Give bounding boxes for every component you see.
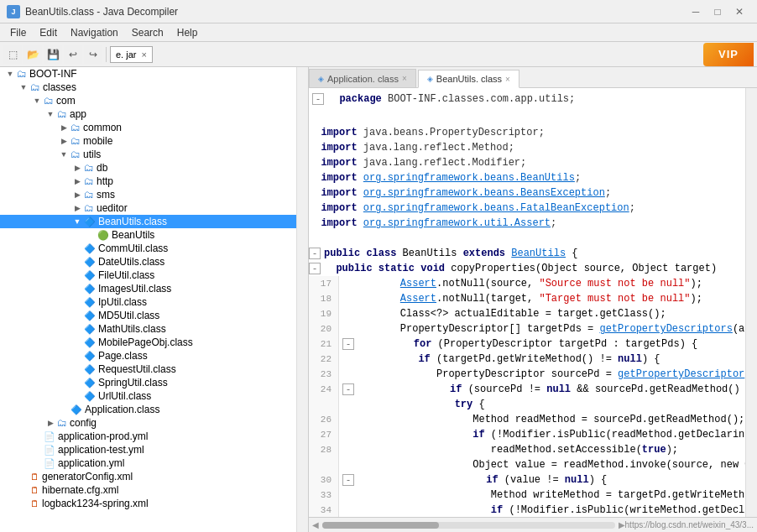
tree-label: FileUtil.class [98, 269, 154, 281]
toolbar-back-button[interactable]: ⬚ [3, 45, 22, 64]
import-line-5: import org.springframework.beans.BeansEx… [309, 185, 757, 201]
code-line-20: 20 PropertyDescriptor[] targetPds = getP… [309, 321, 757, 336]
tree-item-application[interactable]: 🔷 Application.class [0, 403, 296, 416]
tree-label: app [70, 108, 86, 120]
tree-item-db[interactable]: ▶ 🗂 db [0, 161, 296, 175]
fold-if-icon[interactable]: - [342, 383, 354, 395]
tree-item-classes[interactable]: ▼ 🗂 classes [0, 81, 296, 94]
tree-item-md5util[interactable]: 🔷 MD5Util.class [0, 309, 296, 322]
xml-icon: 🗒 [30, 485, 39, 495]
tree-item-fileutil[interactable]: 🔷 FileUtil.class [0, 269, 296, 282]
menu-navigation[interactable]: Navigation [64, 25, 125, 40]
tree-item-page[interactable]: 🔷 Page.class [0, 349, 296, 362]
expand-icon[interactable]: ▶ [70, 204, 84, 212]
line-number: 17 [309, 276, 339, 291]
expand-icon[interactable]: ▶ [44, 419, 57, 427]
tree-item-ueditor[interactable]: ▶ 🗂 ueditor [0, 201, 296, 215]
scroll-left-btn[interactable]: ◀ [312, 520, 319, 529]
tree-item-common[interactable]: ▶ 🗂 common [0, 121, 296, 134]
tree-item-imagesutil[interactable]: 🔷 ImagesUtil.class [0, 282, 296, 295]
tree-item-utils[interactable]: ▼ 🗂 utils [0, 148, 296, 161]
expand-icon[interactable]: ▶ [70, 190, 84, 199]
expand-icon[interactable]: ▼ [17, 83, 30, 91]
tree-item-app-yml[interactable]: 📄 application.yml [0, 456, 296, 470]
toolbar-save-button[interactable]: 💾 [44, 45, 62, 64]
tree-item-hibernate[interactable]: 🗒 hibernate.cfg.xml [0, 483, 296, 497]
line-number: 27 [309, 427, 339, 442]
fold-method-icon[interactable]: - [309, 263, 321, 274]
h-scrollbar-track[interactable] [322, 522, 615, 529]
expand-icon[interactable]: ▼ [3, 70, 17, 78]
editor-footer: ◀ ▶ https://blog.csdn.net/weixin_43/3... [309, 517, 757, 532]
active-file-tab[interactable]: e. jar × [110, 46, 153, 63]
toolbar-open-button[interactable]: 📂 [23, 45, 42, 64]
toolbar-redo-button[interactable]: ↪ [84, 45, 102, 64]
line-number: 26 [309, 412, 339, 427]
tree-item-app[interactable]: ▼ 🗂 app [0, 107, 296, 121]
tab-application-class[interactable]: ◈ Application. class × [309, 69, 416, 87]
line-number: 24 [309, 382, 339, 397]
fold-icon[interactable]: - [312, 93, 324, 105]
tree-item-logback[interactable]: 🗒 logback1234-spring.xml [0, 497, 296, 510]
app-icon: J [7, 5, 20, 18]
expand-icon[interactable]: ▼ [57, 150, 70, 159]
line-content: if (!Modifier.isPublic(writeMethod.getDe… [339, 503, 757, 517]
maximize-button[interactable]: □ [707, 3, 728, 20]
tree-label: http [97, 175, 113, 187]
tree-item-springutil[interactable]: 🔷 SpringUtil.class [0, 376, 296, 389]
tree-item-http[interactable]: ▶ 🗂 http [0, 175, 296, 188]
code-line-21: 21 - for (PropertyDescriptor targetPd : … [309, 336, 757, 352]
line-content: Object value = readMethod.invoke(source,… [339, 457, 757, 472]
tree-item-mathutils[interactable]: 🔷 MathUtils.class [0, 322, 296, 336]
expand-icon[interactable]: ▶ [70, 164, 84, 172]
fold-for-icon[interactable]: - [342, 338, 354, 350]
folder-icon: 🗂 [84, 162, 94, 174]
menu-file[interactable]: File [3, 25, 33, 40]
menu-help[interactable]: Help [170, 25, 205, 40]
close-button[interactable]: ✕ [728, 3, 750, 20]
tree-item-beanutils-inner[interactable]: 🟢 BeanUtils [0, 228, 296, 242]
tree-item-mobilepageobj[interactable]: 🔷 MobilePageObj.class [0, 336, 296, 349]
scroll-right-btn[interactable]: ▶ [619, 520, 625, 529]
tree-item-sms[interactable]: ▶ 🗂 sms [0, 188, 296, 201]
tree-item-app-prod[interactable]: 📄 application-prod.yml [0, 430, 296, 443]
file-tab-close-icon[interactable]: × [141, 50, 146, 60]
tree-item-requestutil[interactable]: 🔷 RequestUtil.class [0, 362, 296, 376]
tree-label: ueditor [97, 202, 128, 214]
tree-item-urlutil[interactable]: 🔷 UrlUtil.class [0, 389, 296, 403]
expand-icon[interactable]: ▼ [44, 110, 57, 118]
code-line-17: 17 Assert.notNull(source, "Source must n… [309, 276, 757, 291]
tree-item-boot-inf[interactable]: ▼ 🗂 BOOT-INF [0, 67, 296, 81]
tree-item-app-test[interactable]: 📄 application-test.yml [0, 443, 296, 456]
expand-icon[interactable]: ▶ [70, 177, 84, 185]
file-tree-sidebar[interactable]: ▼ 🗂 BOOT-INF ▼ 🗂 classes ▼ 🗂 com [0, 67, 309, 532]
tab-beanutils-class[interactable]: ◈ BeanUtils. class × [418, 70, 519, 88]
editor-scrollbar[interactable] [745, 88, 757, 517]
tree-label: classes [43, 81, 76, 93]
tree-item-generator[interactable]: 🗒 generatorConfig.xml [0, 470, 296, 483]
sidebar-scrollbar[interactable] [296, 67, 308, 532]
import-line-2: import java.lang.reflect.Method; [309, 140, 757, 155]
tree-item-commutil[interactable]: 🔷 CommUtil.class [0, 242, 296, 255]
fold-class-icon[interactable]: - [309, 248, 321, 259]
tree-item-com[interactable]: ▼ 🗂 com [0, 94, 296, 107]
menu-search[interactable]: Search [125, 25, 170, 40]
expand-icon[interactable]: ▼ [70, 217, 84, 226]
toolbar-undo-button[interactable]: ↩ [64, 45, 82, 64]
expand-icon[interactable]: ▼ [30, 96, 44, 105]
class-icon: 🔷 [84, 216, 96, 227]
expand-icon[interactable]: ▶ [57, 137, 70, 145]
title-bar-left: J BeanUtils.class - Java Decompiler [7, 5, 178, 18]
tree-item-iputil[interactable]: 🔷 IpUtil.class [0, 295, 296, 309]
tab-close-icon[interactable]: × [402, 74, 407, 83]
expand-icon[interactable]: ▶ [57, 123, 70, 132]
menu-edit[interactable]: Edit [33, 25, 64, 40]
tree-item-mobile[interactable]: ▶ 🗂 mobile [0, 134, 296, 148]
method-declaration: - public static void copyProperties(Obje… [309, 261, 757, 276]
tree-item-beanutils-class[interactable]: ▼ 🔷 BeanUtils.class [0, 215, 296, 228]
tree-item-dateutils[interactable]: 🔷 DateUtils.class [0, 255, 296, 269]
tab-close-icon[interactable]: × [505, 75, 510, 84]
tree-item-config[interactable]: ▶ 🗂 config [0, 416, 296, 430]
minimize-button[interactable]: ─ [685, 3, 707, 20]
fold-if2-icon[interactable]: - [342, 474, 354, 486]
